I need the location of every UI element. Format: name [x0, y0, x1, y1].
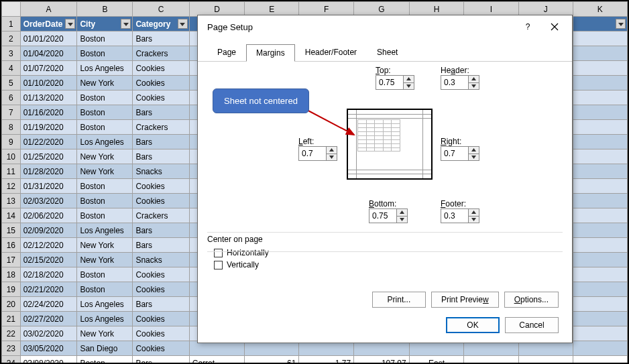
cell[interactable]: New York — [77, 238, 133, 253]
cell[interactable]: Boston — [77, 282, 133, 297]
cell[interactable]: Cookies — [133, 194, 189, 208]
spinner-down[interactable] — [404, 82, 414, 90]
print-preview-button[interactable]: Print Preview — [431, 292, 499, 308]
cell[interactable]: Cookies — [133, 76, 189, 90]
row-header[interactable]: 5 — [2, 76, 21, 90]
cell[interactable]: 1.77 — [299, 356, 354, 365]
cell[interactable] — [573, 267, 627, 282]
cell[interactable]: Crackers — [133, 208, 189, 223]
row-header[interactable]: 7 — [2, 105, 21, 120]
cell[interactable]: Bars — [133, 223, 189, 238]
cell[interactable]: Snacks — [133, 164, 189, 179]
cell[interactable]: Bars — [133, 238, 189, 253]
cell[interactable] — [573, 253, 627, 267]
row-header[interactable]: 20 — [2, 297, 21, 312]
spinner-up[interactable] — [404, 76, 414, 82]
cell[interactable]: 01/31/2020 — [20, 179, 77, 194]
cell[interactable]: Boston — [77, 46, 133, 61]
row-header[interactable]: 11 — [2, 164, 21, 179]
cell[interactable]: Bars — [133, 105, 189, 120]
row-header[interactable]: 4 — [2, 61, 21, 76]
col-header[interactable]: C — [133, 2, 189, 17]
tab-sheet[interactable]: Sheet — [367, 44, 408, 61]
row-header[interactable]: 2 — [2, 32, 21, 46]
spinner-up[interactable] — [397, 209, 407, 216]
row-header[interactable]: 14 — [2, 208, 21, 223]
center-vertically-checkbox[interactable]: Vertically — [214, 260, 269, 269]
cell[interactable]: 01/16/2020 — [20, 105, 77, 120]
cell[interactable]: Cookies — [133, 326, 189, 341]
row-header[interactable]: 17 — [2, 253, 21, 267]
cell[interactable] — [573, 326, 627, 341]
cell[interactable] — [573, 356, 627, 365]
cell[interactable]: Boston — [77, 356, 133, 365]
print-button[interactable]: Print... — [372, 292, 426, 308]
spinner-down[interactable] — [469, 154, 479, 161]
spinner-down[interactable] — [469, 216, 479, 223]
cell[interactable]: New York — [77, 149, 133, 164]
cell[interactable]: Bars — [133, 356, 189, 365]
cell[interactable] — [573, 238, 627, 253]
row-header[interactable]: 16 — [2, 238, 21, 253]
cell[interactable]: 03/08/2020 — [20, 356, 77, 365]
cell[interactable] — [573, 46, 627, 61]
margin-header-input[interactable] — [441, 76, 468, 89]
tab-page[interactable]: Page — [207, 44, 246, 61]
cell[interactable]: Bars — [133, 149, 189, 164]
row-header[interactable]: 8 — [2, 120, 21, 135]
spinner-down[interactable] — [469, 82, 479, 90]
cell[interactable] — [573, 341, 627, 356]
cell[interactable]: East — [409, 356, 464, 365]
cell[interactable]: Boston — [77, 105, 133, 120]
cell[interactable]: Snacks — [133, 253, 189, 267]
filter-dropdown-icon[interactable] — [178, 19, 188, 29]
cell[interactable]: 02/21/2020 — [20, 282, 77, 297]
cell[interactable] — [573, 135, 627, 149]
cell[interactable]: Los Angeles — [77, 61, 133, 76]
filter-dropdown-icon[interactable] — [121, 19, 131, 29]
spinner-up[interactable] — [469, 147, 479, 154]
cell[interactable] — [573, 194, 627, 208]
cell[interactable]: Cookies — [133, 282, 189, 297]
cell[interactable]: Los Angeles — [77, 135, 133, 149]
cell[interactable] — [573, 76, 627, 90]
cell[interactable]: 02/09/2020 — [20, 223, 77, 238]
cell[interactable]: 01/04/2020 — [20, 46, 77, 61]
row-header[interactable]: 15 — [2, 223, 21, 238]
options-button[interactable]: Options... — [504, 292, 559, 308]
margin-right-spinner[interactable] — [441, 146, 479, 161]
cell[interactable]: Boston — [77, 90, 133, 105]
table-header-cell[interactable] — [573, 17, 627, 32]
cell[interactable]: 02/12/2020 — [20, 238, 77, 253]
cell[interactable]: Cookies — [133, 267, 189, 282]
cell[interactable]: 01/28/2020 — [20, 164, 77, 179]
margin-header-spinner[interactable] — [441, 75, 479, 90]
margin-right-input[interactable] — [441, 147, 468, 160]
cell[interactable]: Bars — [133, 32, 189, 46]
row-header[interactable]: 13 — [2, 194, 21, 208]
cell[interactable]: Carrot — [189, 356, 244, 365]
cell[interactable]: 02/06/2020 — [20, 208, 77, 223]
col-header[interactable]: K — [573, 2, 627, 17]
cell[interactable]: Bars — [133, 135, 189, 149]
row-header[interactable]: 24 — [2, 356, 21, 365]
cell[interactable]: Crackers — [133, 120, 189, 135]
cell[interactable] — [573, 282, 627, 297]
cell[interactable] — [573, 312, 627, 326]
cell[interactable] — [573, 223, 627, 238]
margin-bottom-input[interactable] — [369, 209, 396, 223]
row-header[interactable]: 3 — [2, 46, 21, 61]
spinner-up[interactable] — [469, 76, 479, 82]
cell[interactable]: Cookies — [133, 179, 189, 194]
cell[interactable]: Boston — [77, 32, 133, 46]
cell[interactable] — [573, 297, 627, 312]
cell[interactable] — [573, 149, 627, 164]
spinner-down[interactable] — [397, 216, 407, 223]
row-header[interactable]: 18 — [2, 267, 21, 282]
margin-left-input[interactable] — [299, 147, 326, 160]
table-header-cell[interactable]: City — [77, 17, 133, 32]
cell[interactable]: 02/18/2020 — [20, 267, 77, 282]
cell[interactable]: 01/22/2020 — [20, 135, 77, 149]
row-header[interactable]: 6 — [2, 90, 21, 105]
cell[interactable]: 01/19/2020 — [20, 120, 77, 135]
